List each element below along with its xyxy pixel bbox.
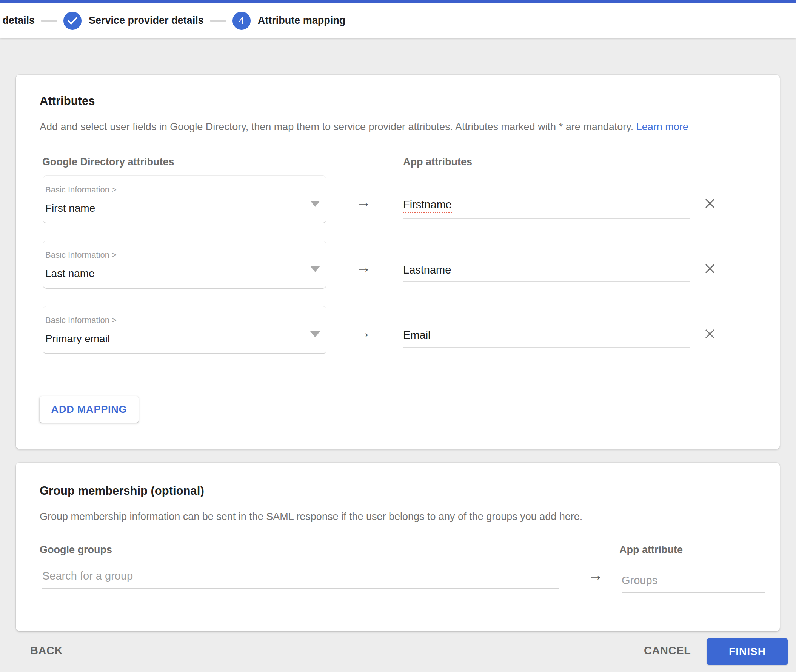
dropdown-caret-icon <box>310 266 320 272</box>
select-category-label: Basic Information > <box>45 250 117 260</box>
app-attribute-input[interactable]: Lastname <box>403 263 690 282</box>
step-service-provider-details[interactable]: Service provider details <box>63 12 204 30</box>
attributes-description-text: Add and select user fields in Google Dir… <box>40 121 633 133</box>
app-attribute-value: Lastname <box>403 263 451 276</box>
app-attribute-input[interactable]: Email <box>403 329 690 347</box>
step-attribute-mapping[interactable]: 4 Attribute mapping <box>232 12 345 30</box>
google-groups-header: Google groups <box>40 544 112 556</box>
app-attribute-value: Firstname <box>403 198 452 213</box>
step-label: Service provider details <box>89 15 204 26</box>
stepper-bar: er details Service provider details 4 At… <box>0 0 796 38</box>
arrow-right-icon: → <box>356 259 371 276</box>
select-value: First name <box>45 202 95 214</box>
google-attribute-select[interactable]: Basic Information > Primary email <box>43 306 327 354</box>
dropdown-caret-icon <box>310 331 320 337</box>
mapping-row-primary-email: Basic Information > Primary email → Emai… <box>43 306 760 354</box>
check-icon <box>67 17 77 25</box>
finish-button[interactable]: FINISH <box>707 638 788 665</box>
remove-mapping-button[interactable] <box>703 261 718 276</box>
close-icon <box>703 262 717 275</box>
top-progress-bar <box>0 0 796 3</box>
step-separator <box>41 20 58 21</box>
close-icon <box>703 327 717 341</box>
step-separator <box>210 20 226 21</box>
step-completed-circle <box>63 12 82 30</box>
arrow-right-icon: → <box>588 567 603 584</box>
group-membership-card: Group membership (optional) Group member… <box>16 462 780 631</box>
previous-step-label-text: er details <box>0 15 35 26</box>
groups-app-attribute-input[interactable] <box>621 574 765 593</box>
group-search-input[interactable] <box>42 570 559 589</box>
attribute-mapping-page: er details Service provider details 4 At… <box>0 0 796 672</box>
arrow-right-icon: → <box>356 324 371 341</box>
back-button[interactable]: BACK <box>30 645 62 657</box>
arrow-right-icon: → <box>356 194 371 211</box>
attributes-title: Attributes <box>40 94 95 108</box>
mapping-rows: Basic Information > First name → Firstna… <box>43 176 760 371</box>
app-attribute-value: Email <box>403 329 431 341</box>
cancel-button[interactable]: CANCEL <box>644 645 691 657</box>
step-number: 4 <box>239 15 244 26</box>
group-membership-title: Group membership (optional) <box>40 484 204 498</box>
mapping-row-first-name: Basic Information > First name → Firstna… <box>43 176 760 223</box>
dropdown-caret-icon <box>310 201 320 207</box>
attributes-card: Attributes Add and select user fields in… <box>16 75 780 449</box>
google-directory-attributes-header: Google Directory attributes <box>42 156 175 168</box>
learn-more-link[interactable]: Learn more <box>636 121 689 133</box>
step-label: Attribute mapping <box>258 15 345 26</box>
mapping-row-last-name: Basic Information > Last name → Lastname <box>43 241 760 289</box>
select-value: Last name <box>45 267 95 280</box>
remove-mapping-button[interactable] <box>703 326 718 341</box>
app-attribute-input[interactable]: Firstname <box>403 198 690 219</box>
select-category-label: Basic Information > <box>45 185 117 195</box>
attributes-description: Add and select user fields in Google Dir… <box>40 120 689 133</box>
app-attributes-header: App attributes <box>403 156 472 168</box>
step-number-circle: 4 <box>232 12 251 30</box>
app-attribute-header: App attribute <box>619 544 683 556</box>
group-membership-description: Group membership information can be sent… <box>40 510 582 523</box>
select-value: Primary email <box>45 333 110 345</box>
add-mapping-button[interactable]: ADD MAPPING <box>40 396 139 422</box>
select-category-label: Basic Information > <box>45 315 117 325</box>
previous-step-label-clipped: er details <box>0 15 35 26</box>
google-attribute-select[interactable]: Basic Information > First name <box>43 176 327 223</box>
setup-stepper: er details Service provider details 4 At… <box>0 3 345 38</box>
remove-mapping-button[interactable] <box>703 196 718 211</box>
close-icon <box>703 197 717 210</box>
google-attribute-select[interactable]: Basic Information > Last name <box>43 241 327 289</box>
